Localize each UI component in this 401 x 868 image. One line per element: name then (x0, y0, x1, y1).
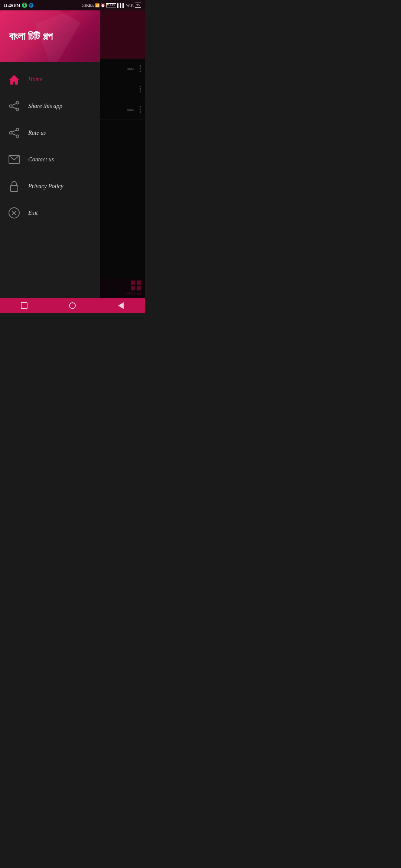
svg-point-3 (16, 108, 19, 111)
menu-item-contact[interactable]: Contact us (0, 146, 100, 173)
svg-point-7 (10, 132, 12, 134)
alarm-icon: ⏰ (101, 3, 105, 7)
recent-apps-button[interactable] (19, 300, 29, 311)
mail-icon (7, 153, 21, 166)
rate-icon (7, 126, 21, 139)
wifi-icon: WiFi (126, 3, 134, 7)
svg-point-1 (16, 102, 19, 104)
app-container: atha - atha - বাংলা চিটি গল্প (0, 10, 145, 313)
share-icon (7, 99, 21, 113)
svg-line-9 (12, 130, 16, 132)
navigation-drawer: বাংলা চিটি গল্প Home (0, 10, 100, 313)
android-nav-bar (0, 298, 145, 313)
svg-point-2 (10, 105, 12, 108)
drawer-header: বাংলা চিটি গল্প (0, 10, 100, 62)
menu-item-rate[interactable]: Rate us (0, 119, 100, 146)
svg-rect-12 (10, 185, 18, 191)
exit-icon (7, 206, 21, 220)
svg-line-5 (12, 107, 16, 109)
menu-label-privacy: Privacy Policy (28, 183, 63, 190)
home-icon (7, 73, 21, 86)
menu-label-home: Home (28, 76, 42, 83)
signal-bars: ▌▌▌ (117, 3, 125, 7)
network-speed: 0.3KB/s (82, 3, 94, 7)
signal-icon: 📶 (95, 3, 100, 7)
chrome-icon: 🌐 (29, 3, 34, 8)
lock-icon (7, 180, 21, 193)
time-display: 11:26 PM (4, 3, 20, 7)
menu-item-share[interactable]: Share this app (0, 93, 100, 119)
menu-item-home[interactable]: Home (0, 66, 100, 93)
menu-label-rate: Rate us (28, 129, 46, 136)
drawer-overlay[interactable] (100, 10, 145, 313)
menu-item-exit[interactable]: Exit (0, 200, 100, 226)
svg-line-4 (12, 103, 16, 105)
menu-label-exit: Exit (28, 210, 38, 216)
back-icon (118, 302, 124, 309)
circle-icon (69, 302, 76, 309)
battery-display: 35 (135, 3, 141, 8)
svg-line-10 (12, 134, 16, 135)
back-button[interactable] (115, 300, 126, 311)
menu-label-share: Share this app (28, 103, 62, 109)
drawer-menu: Home Share this app (0, 62, 100, 313)
status-bar: 11:26 PM 📱 🌐 0.3KB/s 📶 ⏰ VoLTE ▌▌▌ WiFi … (0, 0, 145, 10)
menu-item-privacy[interactable]: Privacy Policy (0, 173, 100, 200)
svg-point-6 (16, 128, 19, 131)
volte-icon: VoLTE (106, 3, 116, 7)
status-time: 11:26 PM 📱 🌐 (4, 3, 34, 8)
app-title: বাংলা চিটি গল্প (9, 30, 53, 43)
whatsapp-icon: 📱 (22, 3, 27, 8)
status-right: 0.3KB/s 📶 ⏰ VoLTE ▌▌▌ WiFi 35 (82, 3, 141, 8)
menu-label-contact: Contact us (28, 156, 54, 163)
square-icon (21, 302, 27, 309)
home-button[interactable] (67, 300, 78, 311)
svg-marker-0 (9, 75, 19, 85)
svg-point-8 (16, 135, 19, 138)
